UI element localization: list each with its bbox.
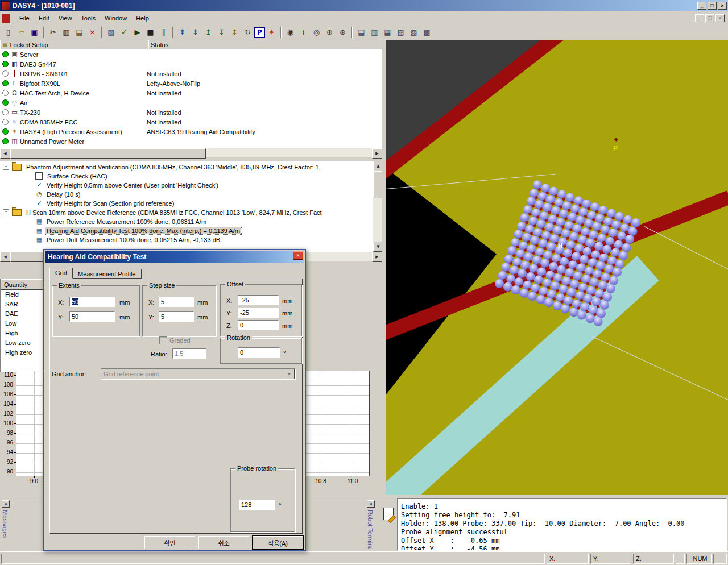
setup-row[interactable]: ▭TX-230Not installed (0, 107, 382, 117)
offset-y-input[interactable]: -25 (238, 308, 279, 318)
zero-probe-icon[interactable]: ↕ (228, 26, 241, 39)
copy-icon[interactable]: ▥ (60, 26, 73, 39)
scroll-right-button[interactable]: ▶ (372, 148, 382, 159)
offset-x-input[interactable]: -25 (238, 295, 279, 305)
window-layout-4-icon[interactable]: ▧ (394, 26, 407, 39)
expander-icon[interactable]: - (3, 209, 9, 215)
menu-view[interactable]: View (54, 13, 77, 23)
setup-hscrollbar[interactable]: ◀ ▶ (0, 148, 382, 157)
tree-item[interactable]: ▦Power Reference Measurement 100% done, … (35, 217, 208, 226)
offset-z-input[interactable]: 0 (238, 320, 279, 330)
setup-row[interactable]: ΩHAC Test Arch, H DeviceNot installed (0, 88, 382, 98)
menu-help[interactable]: Help (131, 13, 154, 23)
pause-icon[interactable]: ∥ (157, 26, 170, 39)
ok-button[interactable]: 확인 (144, 536, 195, 549)
scroll-right-button[interactable]: ▶ (372, 252, 382, 262)
window-layout-2-icon[interactable]: ▥ (368, 26, 381, 39)
open-folder-icon[interactable]: ▱ (15, 26, 28, 39)
messages-tab[interactable]: Messages (2, 510, 9, 549)
setup-row[interactable]: ┃H3DV6 - SN6101Not installed (0, 69, 382, 78)
view-icon[interactable]: ◉ (284, 26, 297, 39)
probe-up-icon[interactable]: ↥ (202, 26, 215, 39)
p-button[interactable]: P (254, 27, 265, 38)
restore-button[interactable]: □ (708, 2, 717, 10)
tab-grid[interactable]: Grid (49, 268, 73, 279)
terminal-output[interactable]: Enable: 1Setting free height to: 7.91Hol… (397, 498, 727, 551)
scan-down-icon[interactable]: ⇟ (189, 26, 202, 39)
setup-row[interactable]: ▣Server (0, 49, 382, 59)
step-y-input[interactable]: 5 (159, 311, 194, 322)
probe-rotation-input[interactable]: 128 (239, 500, 275, 510)
scroll-track[interactable] (10, 148, 372, 157)
mdi-restore-button[interactable]: □ (705, 14, 714, 22)
setup-row[interactable]: ◧DAE3 Sn447 (0, 59, 382, 69)
rotation-input[interactable]: 0 (238, 347, 280, 358)
window-layout-5-icon[interactable]: ▨ (407, 26, 420, 39)
scroll-track[interactable] (373, 171, 382, 242)
window-layout-1-icon[interactable]: ▤ (355, 26, 368, 39)
messages-close-button[interactable]: × (2, 500, 10, 508)
robot-terminal-tab[interactable]: Robot Terminal (367, 510, 374, 549)
menu-window[interactable]: Window (100, 13, 131, 23)
paste-icon[interactable]: ▤ (73, 26, 86, 39)
column-header-status[interactable]: Status (148, 40, 382, 49)
run-icon[interactable]: ▶ (131, 26, 144, 39)
tree-item[interactable]: ▦Hearing Aid Compatibility Test 100% don… (35, 226, 241, 235)
dropdown-arrow-icon[interactable]: ▼ (284, 369, 295, 379)
window-layout-6-icon[interactable]: ▩ (420, 26, 433, 39)
cancel-button[interactable]: 취소 (198, 536, 249, 549)
setup-row[interactable]: ΓBigfoot RX90LLefty-Above-NoFlip (0, 78, 382, 88)
zoom-out-icon[interactable]: ◎ (310, 26, 323, 39)
graded-checkbox[interactable] (159, 336, 167, 344)
extents-x-input[interactable]: 50 (69, 297, 115, 307)
menu-file[interactable]: File (15, 13, 34, 23)
minimize-button[interactable]: _ (697, 2, 706, 10)
tree-vscrollbar[interactable]: ▲ ▼ (373, 161, 382, 252)
menu-tools[interactable]: Tools (76, 13, 100, 23)
setup-row[interactable]: ◌Air (0, 98, 382, 107)
tree-item[interactable]: ✓Verify Height for Scan (Section grid re… (35, 199, 175, 207)
document-icon[interactable] (2, 14, 10, 23)
tab-measurement-profile[interactable]: Measurement Profile (72, 269, 142, 279)
apply-button[interactable]: 적용(A) (253, 536, 303, 549)
window-layout-3-icon[interactable]: ▦ (381, 26, 394, 39)
step-x-input[interactable]: 5 (159, 297, 194, 307)
dialog-close-button[interactable]: × (293, 251, 303, 260)
setup-row[interactable]: ◫Unnamed Power Meter (0, 136, 382, 146)
world-icon[interactable]: ⊛ (336, 26, 349, 39)
grid-anchor-dropdown[interactable]: Grid reference point ▼ (101, 368, 296, 380)
setup-row[interactable]: ✶DASY4 (High Precision Assessment)ANSI-C… (0, 127, 382, 136)
setup-row[interactable]: ≋CDMA 835MHz FCCNot installed (0, 117, 382, 127)
dialog-titlebar[interactable]: Hearing Aid Compatibility Test (45, 251, 304, 263)
scan-up-icon[interactable]: ⇞ (176, 26, 189, 39)
mdi-close-button[interactable]: × (715, 14, 725, 22)
save-icon[interactable]: ▣ (28, 26, 41, 39)
properties-icon[interactable]: ▧ (105, 26, 118, 39)
menu-edit[interactable]: Edit (34, 13, 54, 23)
scroll-thumb[interactable] (10, 148, 206, 159)
rotate-probe-icon[interactable]: ↻ (241, 26, 254, 39)
cut-icon[interactable]: ✂ (47, 26, 60, 39)
delete-icon[interactable]: × (86, 26, 99, 39)
close-button[interactable]: × (718, 2, 727, 10)
tree-item[interactable]: ✓Verify Height 0,5mm above Center (User … (35, 181, 220, 189)
tree-item[interactable]: ▦Power Drift Measurement 100% done, 0,06… (35, 235, 221, 244)
scroll-left-button[interactable]: ◀ (0, 252, 10, 262)
expander-icon[interactable]: - (3, 164, 9, 170)
pan-icon[interactable]: + (297, 26, 310, 39)
logo-icon[interactable]: ✶ (265, 26, 278, 39)
terminal-close-button[interactable]: × (367, 500, 375, 508)
check-icon[interactable]: ✓ (118, 26, 131, 39)
mdi-minimize-button[interactable]: _ (695, 14, 704, 22)
column-header-locked-setup[interactable]: ▦Locked Setup (0, 40, 148, 49)
tree-item[interactable]: Surface Check (HAC) (35, 172, 109, 180)
tree-item[interactable]: ◔Delay (10 s) (35, 190, 81, 198)
ratio-input[interactable]: 1.5 (172, 348, 206, 359)
probe-down-icon[interactable]: ↧ (215, 26, 228, 39)
tree-item[interactable]: -H Scan 10mm above Device Reference (CDM… (3, 208, 323, 217)
stop-icon[interactable]: ■ (144, 26, 157, 39)
viewport-3d[interactable]: P H (386, 40, 728, 495)
zoom-in-icon[interactable]: ⊕ (323, 26, 336, 39)
tree-item[interactable]: -Phantom Adjustment and Verification (CD… (3, 163, 322, 171)
scroll-left-button[interactable]: ◀ (0, 148, 10, 159)
